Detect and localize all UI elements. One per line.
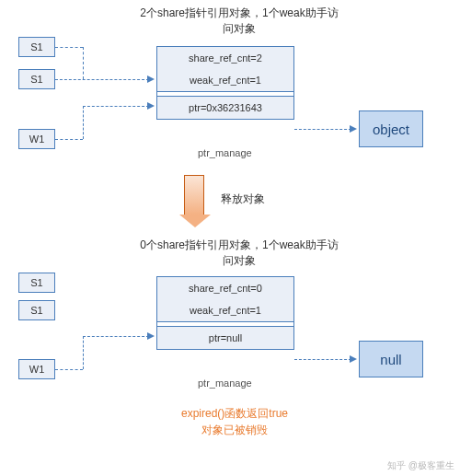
top-title: 2个share指针引用对象，1个weak助手访问对象 — [138, 6, 340, 37]
expired-note: expired()函数返回true 对象已被销毁 — [156, 405, 313, 438]
conn-obj-arrow-bottom — [350, 355, 357, 363]
conn-obj-h-top — [294, 129, 351, 130]
object-box-bottom: null — [359, 341, 423, 377]
weak-ref-cnt-bottom: weak_ref_cnt=1 — [157, 299, 293, 321]
conn-s1b-arrow-top — [147, 75, 155, 83]
conn-w1-h1-bottom — [55, 369, 83, 370]
watermark: 知乎 @极客重生 — [387, 459, 454, 472]
share-ref-cnt-top: share_ref_cnt=2 — [157, 47, 293, 69]
conn-w1-arrow-bottom — [147, 332, 155, 340]
conn-obj-h-bottom — [294, 359, 351, 360]
object-box-top: object — [359, 110, 423, 147]
conn-obj-arrow-top — [350, 125, 357, 133]
conn-w1-arrow-top — [147, 102, 155, 110]
pointer-s1-a-top: S1 — [18, 37, 55, 57]
pointer-s1-b-top: S1 — [18, 69, 55, 89]
ptr-manage-label-top: ptr_manage — [198, 147, 252, 158]
expired-line1: expired()函数返回true — [156, 405, 313, 422]
bottom-title: 0个share指针引用对象，1个weak助手访问对象 — [138, 238, 340, 269]
conn-w1-h2-top — [83, 106, 149, 107]
conn-s1-join-v-top — [83, 47, 84, 79]
pointer-w1-top: W1 — [18, 129, 55, 149]
release-arrow-icon — [184, 175, 204, 215]
release-label: 释放对象 — [221, 192, 265, 207]
conn-w1-h2-bottom — [83, 336, 149, 337]
conn-s1a-h-top — [55, 47, 83, 48]
pointer-s1-a-bottom: S1 — [18, 273, 55, 293]
share-ref-cnt-bottom: share_ref_cnt=0 — [157, 277, 293, 299]
conn-w1-v-top — [83, 106, 84, 139]
pointer-s1-b-bottom: S1 — [18, 300, 55, 320]
conn-s1b-h-top — [55, 79, 149, 80]
conn-w1-v-bottom — [83, 336, 84, 369]
ptr-value-bottom: ptr=null — [157, 327, 293, 349]
weak-ref-cnt-top: weak_ref_cnt=1 — [157, 69, 293, 91]
ptr-manage-box-bottom: share_ref_cnt=0 weak_ref_cnt=1 ptr=null — [156, 276, 294, 350]
expired-line2: 对象已被销毁 — [156, 422, 313, 438]
ptr-manage-label-bottom: ptr_manage — [198, 377, 252, 389]
ptr-value-top: ptr=0x36231643 — [157, 97, 293, 119]
conn-w1-h1-top — [55, 139, 83, 140]
ptr-manage-box-top: share_ref_cnt=2 weak_ref_cnt=1 ptr=0x362… — [156, 46, 294, 120]
pointer-w1-bottom: W1 — [18, 359, 55, 379]
